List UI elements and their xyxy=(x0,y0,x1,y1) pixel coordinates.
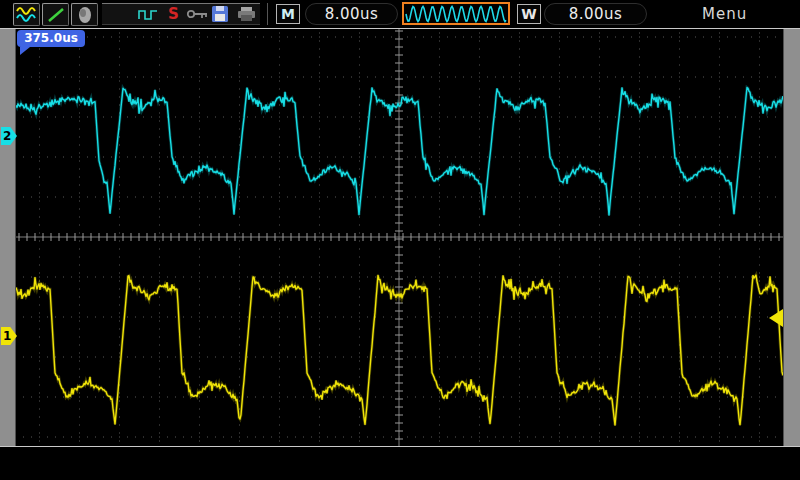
oscilloscope-screen: S M 8.00us W 8. xyxy=(0,0,800,480)
hand-button[interactable] xyxy=(71,3,98,26)
window-timebase-label[interactable]: W xyxy=(517,4,541,24)
main-timebase-label[interactable]: M xyxy=(276,4,300,24)
dual-wave-icon xyxy=(15,6,39,24)
green-line-icon xyxy=(46,6,66,24)
zoom-window-indicator[interactable] xyxy=(402,2,510,25)
pulse-trigger-icon xyxy=(137,5,159,23)
save-floppy-icon[interactable] xyxy=(211,5,229,23)
trigger-position-pointer xyxy=(20,47,30,55)
print-icon[interactable] xyxy=(237,6,257,22)
menu-button[interactable]: Menu xyxy=(702,5,747,23)
graticule-and-traces xyxy=(16,29,783,446)
channel-waves-button[interactable] xyxy=(13,3,40,26)
hand-icon xyxy=(75,6,95,24)
toolbar-divider xyxy=(267,3,268,25)
top-toolbar: S M 8.00us W 8. xyxy=(0,0,800,28)
s-status-icon: S xyxy=(168,5,179,23)
trigger-position-badge[interactable]: 375.0us xyxy=(17,30,85,47)
dense-sine-icon xyxy=(404,4,508,23)
window-timebase-value[interactable]: 8.00us xyxy=(544,3,647,25)
ch1-marker-label: 1 xyxy=(3,329,11,343)
autoscale-button[interactable] xyxy=(42,3,69,26)
right-margin-strip xyxy=(783,29,800,446)
key-lock-icon xyxy=(186,8,210,20)
left-margin-strip xyxy=(0,29,16,446)
ch2-marker-label: 2 xyxy=(3,129,11,143)
status-bar: DC 20 5.00V DC 20 5.00V CH1 xyxy=(0,447,800,480)
main-timebase-value[interactable]: 8.00us xyxy=(305,3,398,25)
